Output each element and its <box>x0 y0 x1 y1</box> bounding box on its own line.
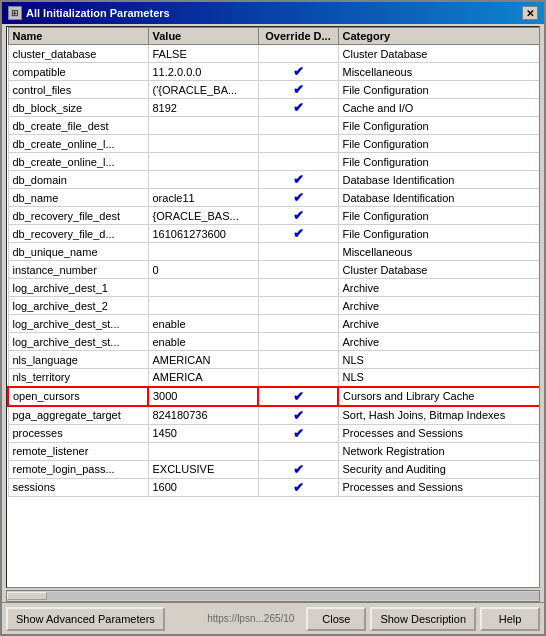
parameters-table-container[interactable]: Name Value Override D... Category cluste… <box>6 26 540 588</box>
show-advanced-button[interactable]: Show Advanced Parameters <box>6 607 165 631</box>
table-row[interactable]: nls_territoryAMERICANLS <box>8 369 540 387</box>
cell-override: ✔ <box>258 424 338 442</box>
cell-override <box>258 243 338 261</box>
cell-override <box>258 351 338 369</box>
cell-override: ✔ <box>258 81 338 99</box>
cell-value: enable <box>148 333 258 351</box>
cell-category: Security and Auditing <box>338 460 540 478</box>
scrollbar-track <box>7 592 539 600</box>
cell-value: 0 <box>148 261 258 279</box>
table-row[interactable]: db_create_file_destFile Configuration <box>8 117 540 135</box>
horizontal-scrollbar[interactable] <box>6 590 540 602</box>
cell-override: ✔ <box>258 207 338 225</box>
cell-value: oracle11 <box>148 189 258 207</box>
cell-value: EXCLUSIVE <box>148 460 258 478</box>
cell-category: Archive <box>338 333 540 351</box>
checkmark-icon: ✔ <box>293 208 304 223</box>
cell-name: nls_territory <box>8 369 148 387</box>
cell-override: ✔ <box>258 387 338 406</box>
table-row[interactable]: db_nameoracle11✔Database Identification <box>8 189 540 207</box>
cell-value: ('{ORACLE_BA... <box>148 81 258 99</box>
table-row[interactable]: instance_number0Cluster Database <box>8 261 540 279</box>
table-row[interactable]: compatible11.2.0.0.0✔Miscellaneous <box>8 63 540 81</box>
table-header-row: Name Value Override D... Category <box>8 28 540 45</box>
close-window-button[interactable]: ✕ <box>522 6 538 20</box>
checkmark-icon: ✔ <box>293 190 304 205</box>
cell-category: File Configuration <box>338 225 540 243</box>
cell-category: Miscellaneous <box>338 63 540 81</box>
cell-name: log_archive_dest_2 <box>8 297 148 315</box>
table-row[interactable]: remote_login_pass...EXCLUSIVE✔Security a… <box>8 460 540 478</box>
cell-value: {ORACLE_BAS... <box>148 207 258 225</box>
cell-value <box>148 279 258 297</box>
cell-category: Processes and Sessions <box>338 424 540 442</box>
window-icon: ⊞ <box>8 6 22 20</box>
table-row[interactable]: db_domain✔Database Identification <box>8 171 540 189</box>
cell-value: 161061273600 <box>148 225 258 243</box>
cell-override <box>258 279 338 297</box>
cell-override: ✔ <box>258 171 338 189</box>
cell-value: 11.2.0.0.0 <box>148 63 258 81</box>
cell-override <box>258 45 338 63</box>
cell-name: db_create_file_dest <box>8 117 148 135</box>
column-header-override[interactable]: Override D... <box>258 28 338 45</box>
cell-category: File Configuration <box>338 81 540 99</box>
cell-override: ✔ <box>258 99 338 117</box>
cell-name: sessions <box>8 478 148 496</box>
title-bar: ⊞ All Initialization Parameters ✕ <box>2 2 544 24</box>
cell-override: ✔ <box>258 225 338 243</box>
cell-override <box>258 135 338 153</box>
cell-value: AMERICAN <box>148 351 258 369</box>
close-button[interactable]: Close <box>306 607 366 631</box>
table-row[interactable]: processes1450✔Processes and Sessions <box>8 424 540 442</box>
show-description-button[interactable]: Show Description <box>370 607 476 631</box>
help-button[interactable]: Help <box>480 607 540 631</box>
cell-name: db_create_online_l... <box>8 153 148 171</box>
table-row[interactable]: sessions1600✔Processes and Sessions <box>8 478 540 496</box>
cell-value: 3000 <box>148 387 258 406</box>
cell-name: remote_login_pass... <box>8 460 148 478</box>
table-row[interactable]: log_archive_dest_1Archive <box>8 279 540 297</box>
cell-name: open_cursors <box>8 387 148 406</box>
cell-category: Archive <box>338 279 540 297</box>
cell-value: FALSE <box>148 45 258 63</box>
cell-value <box>148 153 258 171</box>
table-row[interactable]: cluster_databaseFALSECluster Database <box>8 45 540 63</box>
column-header-name[interactable]: Name <box>8 28 148 45</box>
cell-override <box>258 261 338 279</box>
table-row[interactable]: control_files('{ORACLE_BA...✔File Config… <box>8 81 540 99</box>
table-row[interactable]: db_block_size8192✔Cache and I/O <box>8 99 540 117</box>
table-row[interactable]: remote_listenerNetwork Registration <box>8 442 540 460</box>
table-row[interactable]: open_cursors3000✔Cursors and Library Cac… <box>8 387 540 406</box>
cell-name: instance_number <box>8 261 148 279</box>
table-body: cluster_databaseFALSECluster Databasecom… <box>8 45 540 497</box>
checkmark-icon: ✔ <box>293 64 304 79</box>
parameters-table: Name Value Override D... Category cluste… <box>7 27 540 497</box>
table-row[interactable]: log_archive_dest_st...enableArchive <box>8 333 540 351</box>
column-header-category[interactable]: Category <box>338 28 540 45</box>
cell-category: Miscellaneous <box>338 243 540 261</box>
table-row[interactable]: log_archive_dest_st...enableArchive <box>8 315 540 333</box>
cell-override: ✔ <box>258 63 338 81</box>
table-row[interactable]: db_recovery_file_d...161061273600✔File C… <box>8 225 540 243</box>
column-header-value[interactable]: Value <box>148 28 258 45</box>
scrollbar-thumb[interactable] <box>7 592 47 600</box>
cell-category: File Configuration <box>338 207 540 225</box>
checkmark-icon: ✔ <box>293 82 304 97</box>
cell-name: log_archive_dest_1 <box>8 279 148 297</box>
checkmark-icon: ✔ <box>293 426 304 441</box>
table-row[interactable]: pga_aggregate_target824180736✔Sort, Hash… <box>8 406 540 425</box>
cell-name: db_domain <box>8 171 148 189</box>
cell-override <box>258 153 338 171</box>
cell-value: 1450 <box>148 424 258 442</box>
cell-value <box>148 442 258 460</box>
table-row[interactable]: nls_languageAMERICANNLS <box>8 351 540 369</box>
table-row[interactable]: db_create_online_l...File Configuration <box>8 135 540 153</box>
cell-override: ✔ <box>258 460 338 478</box>
table-row[interactable]: log_archive_dest_2Archive <box>8 297 540 315</box>
table-row[interactable]: db_create_online_l...File Configuration <box>8 153 540 171</box>
table-row[interactable]: db_unique_nameMiscellaneous <box>8 243 540 261</box>
table-row[interactable]: db_recovery_file_dest{ORACLE_BAS...✔File… <box>8 207 540 225</box>
cell-category: Cache and I/O <box>338 99 540 117</box>
cell-value: AMERICA <box>148 369 258 387</box>
